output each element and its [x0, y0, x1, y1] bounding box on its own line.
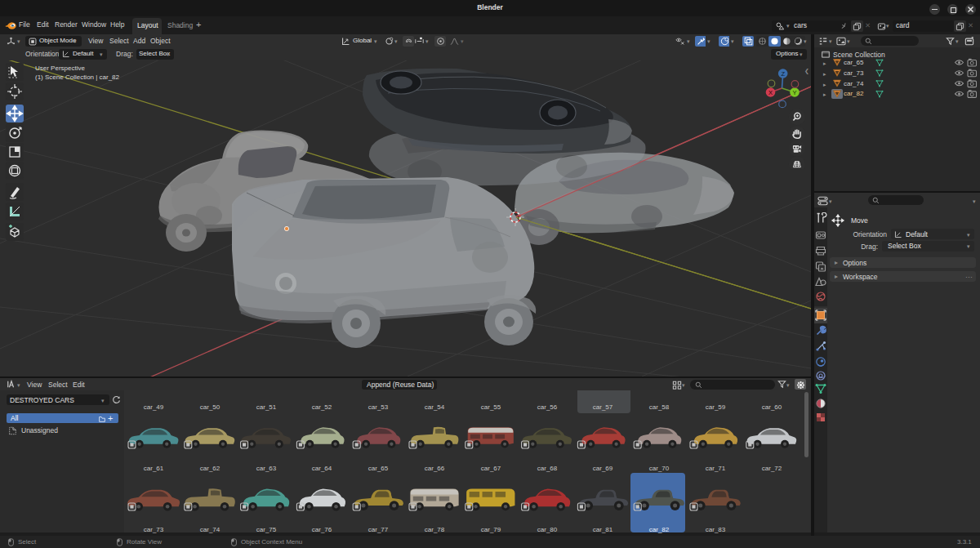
- svg-text:X: X: [768, 89, 773, 96]
- svg-text:Z: Z: [781, 70, 785, 78]
- svg-text:Y: Y: [792, 89, 796, 96]
